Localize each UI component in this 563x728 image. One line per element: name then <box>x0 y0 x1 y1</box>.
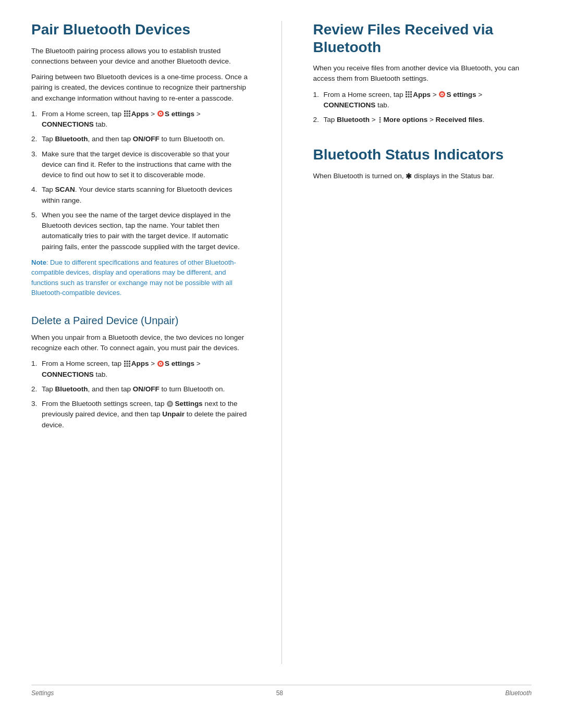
note-text: Note: Due to different specifications an… <box>31 257 250 298</box>
settings-label-1: S ettings <box>165 110 194 118</box>
step-num: 1. <box>31 109 37 119</box>
left-column: Pair Bluetooth Devices The Bluetooth pai… <box>31 21 250 664</box>
step-num: 2. <box>313 115 319 125</box>
settings-icon-3 <box>438 91 446 98</box>
svg-rect-20 <box>129 365 130 367</box>
step-num: 1. <box>313 90 319 100</box>
pair-steps-list: 1. From a Home screen, tap <box>31 109 250 252</box>
svg-rect-2 <box>129 110 130 112</box>
review-step-2: 2. Tap Bluetooth > More options > Receiv… <box>313 115 532 125</box>
settings-label-2: S ettings <box>165 360 194 367</box>
settings-icon-1 <box>157 110 164 117</box>
delete-step-1: 1. From a Home screen, tap <box>31 359 250 380</box>
delete-step-2: 2. Tap Bluetooth, and then tap ON/OFF to… <box>31 384 250 394</box>
svg-rect-33 <box>406 91 407 93</box>
page: Pair Bluetooth Devices The Bluetooth pai… <box>0 0 563 728</box>
bluetooth-label-2: Bluetooth <box>55 385 88 393</box>
bluetooth-status-icon: ✱ <box>406 171 412 182</box>
delete-section-title: Delete a Paired Device (Unpair) <box>31 314 250 327</box>
content-area: Pair Bluetooth Devices The Bluetooth pai… <box>31 21 532 664</box>
apps-icon <box>124 110 131 117</box>
svg-rect-1 <box>126 110 128 112</box>
column-divider <box>282 21 282 664</box>
footer-left-label: Settings <box>31 689 54 697</box>
connections-label-2: CONNECTIONS <box>42 371 94 378</box>
pair-step-5: 5. When you see the name of the target d… <box>31 210 250 252</box>
pair-step-2: 2. Tap Bluetooth, and then tap ON/OFF to… <box>31 134 250 144</box>
pair-bluetooth-title: Pair Bluetooth Devices <box>31 21 250 39</box>
step-num: 2. <box>31 134 37 144</box>
svg-point-46 <box>380 119 381 120</box>
svg-point-44 <box>442 94 443 95</box>
svg-rect-34 <box>408 91 410 93</box>
connections-label-3: CONNECTIONS <box>324 101 376 109</box>
svg-rect-39 <box>406 96 407 97</box>
review-intro: When you receive files from another devi… <box>313 63 532 84</box>
received-files-label: Received files <box>436 116 483 124</box>
footer-page-number: 58 <box>276 689 283 697</box>
page-footer: Settings 58 Bluetooth <box>31 685 532 697</box>
svg-rect-19 <box>126 365 128 367</box>
svg-point-47 <box>380 121 381 122</box>
svg-rect-27 <box>168 403 169 404</box>
svg-point-23 <box>160 363 161 364</box>
svg-rect-35 <box>410 91 412 93</box>
apps-label-2: Apps <box>131 360 149 367</box>
svg-point-45 <box>380 117 381 118</box>
svg-rect-13 <box>126 361 128 362</box>
apps-label-3: Apps <box>413 91 431 98</box>
review-step-1: 1. From a Home screen, tap <box>313 90 532 111</box>
svg-rect-3 <box>124 113 126 115</box>
svg-rect-38 <box>410 94 412 95</box>
step-num: 5. <box>31 210 37 220</box>
more-options-icon <box>377 116 383 124</box>
note-label: Note <box>31 258 46 266</box>
apps-icon-3 <box>405 91 412 98</box>
step-num: 4. <box>31 184 37 195</box>
svg-rect-36 <box>406 94 407 95</box>
onoff-label-2: ON/OFF <box>133 385 160 393</box>
scan-label: SCAN <box>55 186 75 193</box>
svg-rect-30 <box>171 403 172 404</box>
svg-rect-17 <box>129 363 130 364</box>
onoff-label-1: ON/OFF <box>133 135 160 143</box>
svg-rect-40 <box>408 96 410 97</box>
review-files-title: Review Files Received via Bluetooth <box>313 21 532 56</box>
review-steps-list: 1. From a Home screen, tap <box>313 90 532 126</box>
svg-point-26 <box>169 403 171 404</box>
bluetooth-label-3: Bluetooth <box>337 116 370 124</box>
pair-intro-1: The Bluetooth pairing process allows you… <box>31 46 250 67</box>
step-num: 3. <box>31 149 37 159</box>
svg-rect-7 <box>126 115 128 117</box>
more-options-label: More options <box>383 116 427 124</box>
delete-steps-list: 1. From a Home screen, tap <box>31 359 250 430</box>
step-num: 2. <box>31 384 37 394</box>
svg-rect-18 <box>124 365 126 367</box>
settings-icon-2 <box>157 360 164 367</box>
delete-step-3: 3. From the Bluetooth settings screen, t… <box>31 399 250 430</box>
delete-intro: When you unpair from a Bluetooth device,… <box>31 332 250 354</box>
pair-step-1: 1. From a Home screen, tap <box>31 109 250 130</box>
svg-rect-37 <box>408 94 410 95</box>
svg-rect-8 <box>129 115 130 117</box>
settings-gear-label: Settings <box>175 400 202 408</box>
apps-label: Apps <box>131 110 149 118</box>
apps-icon-2 <box>124 360 131 367</box>
step-num: 3. <box>31 399 37 409</box>
footer-right-label: Bluetooth <box>505 689 532 697</box>
svg-rect-15 <box>124 363 126 364</box>
svg-rect-6 <box>124 115 126 117</box>
right-column: Review Files Received via Bluetooth When… <box>313 21 532 664</box>
svg-rect-5 <box>129 113 130 115</box>
gear-small-icon <box>166 400 174 408</box>
svg-rect-41 <box>410 96 412 97</box>
bluetooth-status-title: Bluetooth Status Indicators <box>313 146 532 164</box>
pair-step-3: 3. Make sure that the target device is d… <box>31 149 250 181</box>
svg-rect-14 <box>129 361 130 362</box>
connections-label-1: CONNECTIONS <box>42 120 94 128</box>
bluetooth-status-text: When Bluetooth is turned on, ✱ displays … <box>313 171 532 182</box>
bluetooth-label-1: Bluetooth <box>55 135 88 143</box>
svg-rect-4 <box>126 113 128 115</box>
settings-label-3: S ettings <box>446 91 476 98</box>
pair-intro-2: Pairing between two Bluetooth devices is… <box>31 72 250 104</box>
